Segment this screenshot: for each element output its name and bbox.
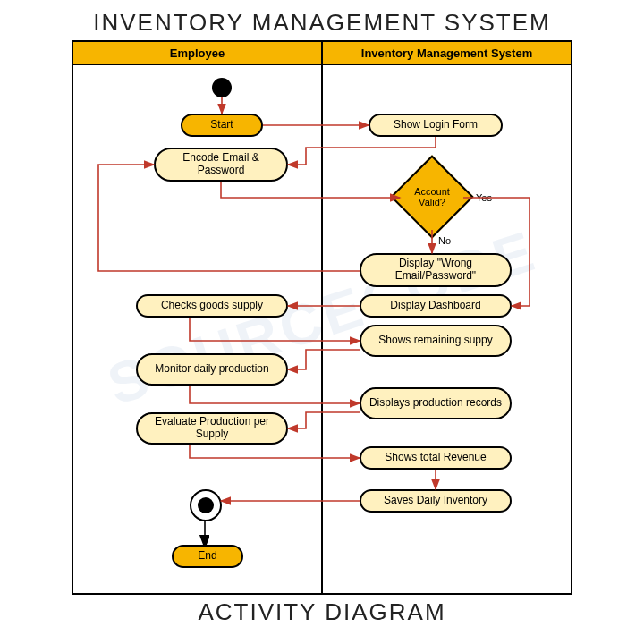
activity-start: Start — [181, 114, 263, 137]
activity-monitor-production: Monitor daily production — [136, 353, 288, 386]
activity-end: End — [172, 545, 243, 568]
lane-divider — [321, 65, 323, 593]
lane-header-system: Inventory Management System — [323, 42, 571, 65]
guard-no: No — [438, 235, 451, 246]
initial-node-icon — [212, 78, 232, 97]
activity-show-login: Show Login Form — [369, 114, 503, 137]
diagram-type-title: ACTIVITY DIAGRAM — [0, 595, 644, 633]
activity-checks-goods: Checks goods supply — [136, 294, 288, 318]
activity-production-records: Displays production records — [360, 387, 512, 419]
page-title: INVENTORY MANAGEMENT SYSTEM — [0, 0, 644, 40]
decision-account-valid: Account Valid? — [390, 155, 473, 238]
final-node-icon — [190, 489, 222, 521]
lane-headers: Employee Inventory Management System — [73, 42, 571, 65]
activity-display-dashboard: Display Dashboard — [360, 294, 512, 318]
activity-saves-inventory: Saves Daily Inventory — [360, 489, 512, 513]
lane-header-employee: Employee — [73, 42, 323, 65]
activity-encode-credentials: Encode Email & Password — [154, 148, 288, 182]
activity-total-revenue: Shows total Revenue — [360, 446, 512, 470]
diagram-canvas: SOURCECODE Employee Inventory Management… — [72, 40, 572, 595]
activity-evaluate-supply: Evaluate Production per Supply — [136, 412, 288, 445]
activity-remaining-supply: Shows remaining suppy — [360, 325, 512, 357]
guard-yes: Yes — [476, 192, 492, 203]
activity-wrong-credentials: Display "Wrong Email/Password" — [360, 253, 512, 287]
